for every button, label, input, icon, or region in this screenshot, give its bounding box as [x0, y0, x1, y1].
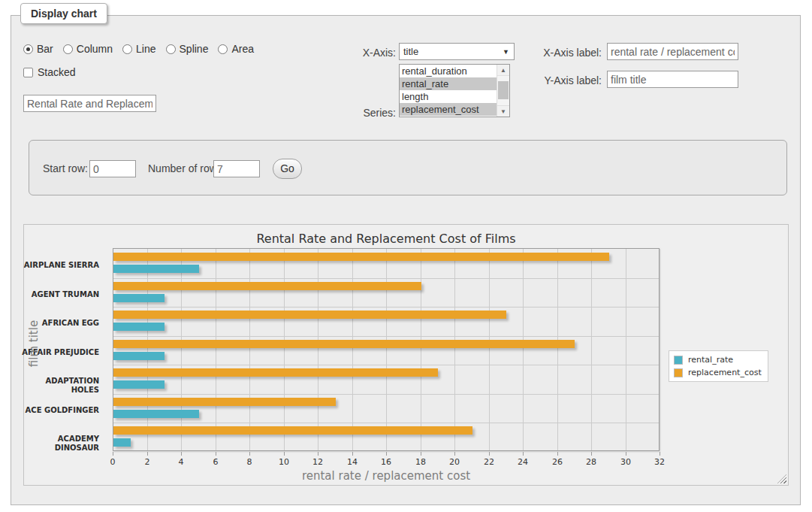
x-axis-label-field-label: X-Axis label: — [512, 47, 602, 59]
legend-item-replacement_cost: replacement_cost — [674, 368, 762, 377]
x-tick-mark — [591, 452, 592, 456]
radio-label: Line — [136, 43, 155, 55]
radio-icon[interactable] — [23, 44, 33, 54]
x-tick-mark — [284, 452, 285, 456]
legend-swatch-icon — [674, 368, 683, 377]
y-axis-label-field-label: Y-Axis label: — [512, 74, 602, 86]
x-tick-label: 26 — [542, 457, 572, 467]
start-row-input[interactable] — [89, 160, 136, 177]
gridline-horizontal — [113, 336, 659, 337]
gridline-vertical — [626, 249, 626, 450]
y-axis-label-input[interactable] — [607, 71, 738, 88]
chart-title: Rental Rate and Replacement Cost of Film… — [24, 232, 748, 246]
go-button[interactable]: Go — [273, 159, 302, 179]
chart-type-radio-column[interactable]: Column — [63, 43, 113, 55]
stacked-checkbox[interactable] — [23, 68, 33, 77]
chart-type-radio-group: BarColumnLineSplineArea — [23, 43, 254, 55]
series-list-label: Series: — [298, 107, 396, 119]
x-tick-mark — [454, 452, 455, 456]
radio-label: Spline — [180, 43, 209, 55]
gridline-vertical — [386, 249, 387, 450]
gridline-vertical — [421, 249, 421, 450]
series-option-length[interactable]: length — [400, 90, 497, 103]
radio-label: Area — [231, 43, 254, 55]
x-tick-label: 18 — [406, 457, 436, 467]
radio-label: Bar — [37, 43, 53, 55]
bar-rental_rate-adaptation-holes — [113, 380, 165, 389]
gridline-vertical — [591, 249, 592, 450]
series-option-rental_rate[interactable]: rental_rate — [400, 77, 497, 90]
start-row-label: Start row: — [43, 162, 88, 174]
gridline-horizontal — [113, 394, 659, 395]
gridline-vertical — [660, 249, 660, 450]
x-tick-mark — [318, 452, 318, 456]
x-tick-label: 12 — [303, 457, 333, 467]
x-axis-select-value: title — [403, 46, 418, 57]
x-tick-label: 14 — [337, 457, 367, 467]
chart-title-input[interactable] — [23, 95, 156, 112]
scrollbar-thumb[interactable] — [498, 81, 509, 99]
series-option-replacement_cost[interactable]: replacement_cost — [400, 103, 497, 116]
number-of-rows-input[interactable] — [213, 160, 260, 177]
x-tick-label: 4 — [166, 457, 196, 467]
page: Display chart BarColumnLineSplineArea St… — [0, 0, 812, 512]
x-tick-mark — [181, 452, 182, 456]
bar-rental_rate-agent-truman — [113, 294, 165, 302]
x-tick-label: 2 — [132, 457, 162, 467]
x-tick-mark — [421, 452, 421, 456]
bar-rental_rate-african-egg — [113, 323, 165, 331]
x-tick-label: 20 — [439, 457, 469, 467]
chart-legend: rental_ratereplacement_cost — [669, 350, 768, 382]
radio-icon[interactable] — [166, 44, 176, 54]
legend-label: rental_rate — [688, 355, 733, 365]
gridline-vertical — [318, 249, 318, 450]
stacked-checkbox-row: Stacked — [23, 66, 76, 78]
x-tick-label: 24 — [508, 457, 538, 467]
gridline-vertical — [523, 249, 524, 450]
chart-type-radio-bar[interactable]: Bar — [23, 43, 53, 55]
x-axis-label-input[interactable] — [607, 43, 738, 60]
chart-type-radio-spline[interactable]: Spline — [166, 43, 209, 55]
series-scrollbar[interactable]: ▲ ▼ — [497, 65, 509, 117]
gridline-horizontal — [113, 365, 659, 365]
resize-handle-icon[interactable] — [777, 474, 786, 483]
bar-replacement_cost-agent-truman — [113, 282, 421, 290]
display-chart-panel: Display chart BarColumnLineSplineArea St… — [11, 15, 801, 505]
bar-replacement_cost-adaptation-holes — [113, 368, 438, 377]
series-multiselect[interactable]: rental_durationrental_ratelengthreplacem… — [399, 64, 510, 117]
radio-icon[interactable] — [122, 44, 132, 54]
x-tick-label: 32 — [644, 457, 675, 467]
chart-type-radio-area[interactable]: Area — [218, 43, 254, 55]
bar-replacement_cost-airplane-sierra — [113, 253, 609, 261]
gridline-vertical — [249, 249, 250, 450]
bar-replacement_cost-affair-prejudice — [113, 340, 575, 348]
x-tick-mark — [660, 452, 660, 456]
bar-rental_rate-airplane-sierra — [113, 265, 199, 273]
x-tick-mark — [386, 452, 387, 456]
scroll-down-icon[interactable]: ▼ — [497, 105, 509, 117]
x-tick-mark — [249, 452, 250, 456]
scroll-up-icon[interactable]: ▲ — [497, 65, 509, 76]
legend-swatch-icon — [674, 356, 683, 365]
bar-rental_rate-academy-dinosaur — [113, 438, 131, 447]
x-tick-label: 22 — [474, 457, 504, 467]
gridline-vertical — [147, 249, 148, 450]
gridline-vertical — [181, 249, 182, 450]
chart-type-radio-line[interactable]: Line — [122, 43, 155, 55]
x-tick-mark — [523, 452, 524, 456]
x-tick-label: 28 — [576, 457, 606, 467]
gridline-horizontal — [113, 307, 659, 308]
x-tick-mark — [626, 452, 626, 456]
bar-rental_rate-ace-goldfinger — [113, 410, 199, 418]
gridline-vertical — [557, 249, 558, 450]
series-option-rental_duration[interactable]: rental_duration — [400, 65, 497, 77]
radio-icon[interactable] — [63, 44, 73, 54]
x-tick-mark — [352, 452, 353, 456]
x-axis-title: rental rate / replacement cost — [113, 469, 660, 483]
x-axis-select[interactable]: title ▼ — [399, 43, 515, 60]
gridline-vertical — [284, 249, 285, 450]
gridline-horizontal — [113, 423, 659, 423]
x-tick-label: 0 — [98, 457, 128, 467]
series-options: rental_durationrental_ratelengthreplacem… — [400, 65, 497, 117]
radio-icon[interactable] — [218, 44, 228, 54]
